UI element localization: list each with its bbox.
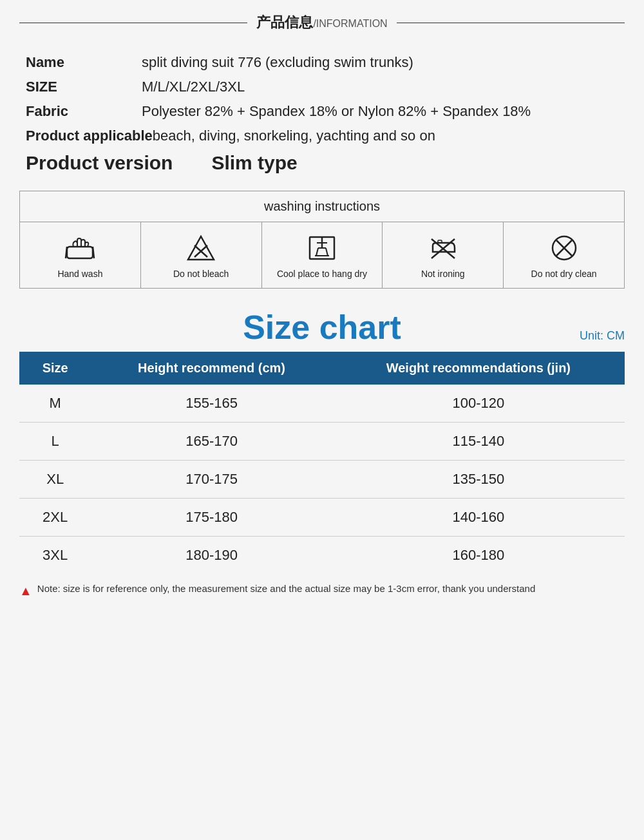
product-info: Name split diving suit 776 (excluding sw…: [19, 50, 625, 178]
header-line-left: [19, 23, 247, 23]
svg-rect-13: [438, 240, 442, 243]
washing-icons-row: Hand wash Do not bleach: [20, 222, 624, 288]
table-cell: 135-150: [332, 461, 625, 499]
svg-line-10: [316, 248, 318, 256]
wash-item-no-iron: Not ironing: [383, 222, 504, 288]
svg-rect-0: [67, 247, 93, 258]
table-cell: 115-140: [332, 423, 625, 461]
wash-item-no-bleach: Do not bleach: [141, 222, 262, 288]
applicable-label: Product applicable: [26, 128, 153, 144]
size-chart-header: Size chart Unit: CM: [19, 308, 625, 347]
size-value: M/L/XL/2XL/3XL: [142, 79, 245, 95]
version-row: Product version Slim type: [19, 148, 625, 178]
size-chart-title: Size chart: [243, 308, 401, 347]
version-value: Slim type: [211, 152, 297, 174]
header-line-right: [397, 23, 625, 23]
no-iron-icon: [428, 234, 459, 262]
wash-label-no-bleach: Do not bleach: [173, 269, 229, 279]
size-label: SIZE: [26, 79, 142, 95]
note-text: Note: size is for reference only, the me…: [37, 583, 535, 594]
table-cell: 180-190: [91, 537, 332, 575]
washing-title: washing instructions: [20, 191, 624, 222]
wash-item-hang-dry: Cool place to hang dry: [262, 222, 383, 288]
unit-label: Unit: CM: [580, 329, 625, 343]
svg-line-11: [326, 248, 328, 256]
table-cell: M: [19, 385, 91, 423]
wash-label-no-dry-clean: Do not dry clean: [531, 269, 597, 279]
table-row: XL170-175135-150: [19, 461, 625, 499]
table-row: 2XL175-180140-160: [19, 499, 625, 537]
table-cell: 140-160: [332, 499, 625, 537]
applicable-value: beach, diving, snorkeling, yachting and …: [153, 128, 435, 144]
fabric-row: Fabric Polyester 82% + Spandex 18% or Ny…: [19, 99, 625, 124]
col-size: Size: [19, 352, 91, 385]
header-cn: 产品信息: [256, 14, 313, 30]
table-cell: 155-165: [91, 385, 332, 423]
note-row: ▲ Note: size is for reference only, the …: [19, 583, 625, 598]
fabric-value: Polyester 82% + Spandex 18% or Nylon 82%…: [142, 103, 531, 120]
name-label: Name: [26, 54, 142, 71]
header-title: 产品信息/INFORMATION: [256, 13, 387, 32]
wash-item-hand-wash: Hand wash: [20, 222, 141, 288]
page-header: 产品信息/INFORMATION: [19, 13, 625, 32]
name-row: Name split diving suit 776 (excluding sw…: [19, 50, 625, 75]
hang-dry-icon: [307, 234, 337, 262]
size-table-body: M155-165100-120L165-170115-140XL170-1751…: [19, 385, 625, 574]
table-row: 3XL180-190160-180: [19, 537, 625, 575]
table-cell: 2XL: [19, 499, 91, 537]
name-value: split diving suit 776 (excluding swim tr…: [142, 54, 413, 71]
header-en: /INFORMATION: [313, 18, 387, 29]
table-cell: L: [19, 423, 91, 461]
no-bleach-icon: [185, 234, 216, 262]
table-cell: 3XL: [19, 537, 91, 575]
wash-label-hand-wash: Hand wash: [57, 269, 102, 279]
table-cell: 100-120: [332, 385, 625, 423]
wash-item-no-dry-clean: Do not dry clean: [504, 222, 624, 288]
washing-instructions-box: washing instructions Hand wash: [19, 191, 625, 289]
size-chart-section: Size chart Unit: CM Size Height recommen…: [19, 308, 625, 574]
no-dry-clean-icon: [549, 234, 580, 262]
col-height: Height recommend (cm): [91, 352, 332, 385]
wash-label-no-iron: Not ironing: [421, 269, 465, 279]
size-table-head: Size Height recommend (cm) Weight recomm…: [19, 352, 625, 385]
table-cell: 165-170: [91, 423, 332, 461]
size-table: Size Height recommend (cm) Weight recomm…: [19, 352, 625, 574]
col-weight: Weight recommendations (jin): [332, 352, 625, 385]
hand-wash-icon: [64, 234, 95, 262]
svg-marker-3: [188, 236, 214, 260]
table-row: M155-165100-120: [19, 385, 625, 423]
applicable-row: Product applicable beach, diving, snorke…: [19, 124, 625, 148]
table-row: L165-170115-140: [19, 423, 625, 461]
version-label: Product version: [26, 152, 173, 174]
size-table-header-row: Size Height recommend (cm) Weight recomm…: [19, 352, 625, 385]
table-cell: 170-175: [91, 461, 332, 499]
table-cell: 175-180: [91, 499, 332, 537]
table-cell: XL: [19, 461, 91, 499]
note-warning-icon: ▲: [19, 584, 32, 598]
table-cell: 160-180: [332, 537, 625, 575]
fabric-label: Fabric: [26, 103, 142, 120]
size-row: SIZE M/L/XL/2XL/3XL: [19, 75, 625, 99]
wash-label-hang-dry: Cool place to hang dry: [277, 269, 367, 279]
